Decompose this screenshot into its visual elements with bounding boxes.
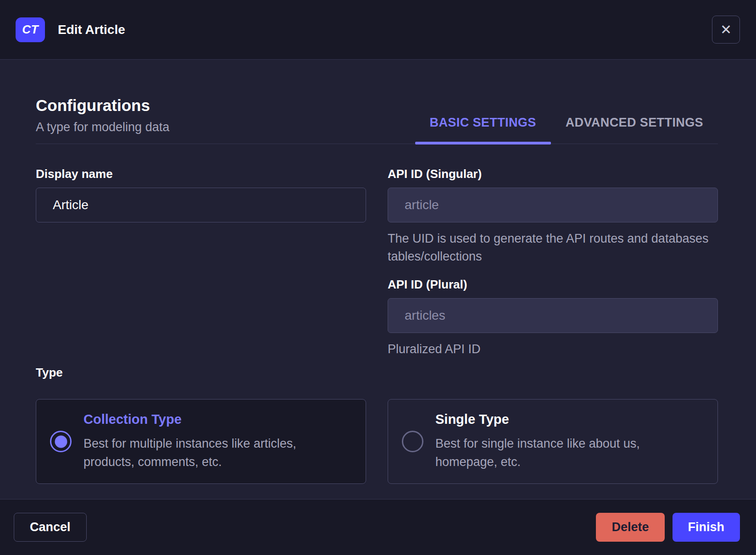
api-id-plural-input xyxy=(388,298,718,333)
display-name-field: Display name xyxy=(36,167,366,222)
section-title: Configurations xyxy=(36,96,169,115)
configurations-header: Configurations A type for modeling data … xyxy=(36,96,718,144)
single-type-title: Single Type xyxy=(435,412,699,427)
tab-basic-settings[interactable]: BASIC SETTINGS xyxy=(415,116,551,144)
collection-type-title: Collection Type xyxy=(83,412,347,427)
collection-type-option[interactable]: Collection Type Best for multiple instan… xyxy=(36,399,366,484)
collection-type-radio[interactable] xyxy=(50,431,72,452)
modal-header: CT Edit Article ✕ xyxy=(0,0,756,60)
api-id-singular-hint: The UID is used to generate the API rout… xyxy=(388,230,718,266)
content-type-badge: CT xyxy=(16,17,45,42)
modal-title: Edit Article xyxy=(58,22,125,37)
settings-tabs: BASIC SETTINGS ADVANCED SETTINGS xyxy=(415,116,718,144)
display-name-label: Display name xyxy=(36,167,366,181)
single-type-description: Best for single instance like about us, … xyxy=(435,434,699,471)
type-section: Type Collection Type Best for multiple i… xyxy=(36,366,718,484)
section-subtitle: A type for modeling data xyxy=(36,120,169,134)
tab-advanced-settings[interactable]: ADVANCED SETTINGS xyxy=(551,116,718,144)
form-grid: Display name API ID (Singular) The UID i… xyxy=(36,167,718,358)
modal-footer: Cancel Delete Finish xyxy=(0,499,756,555)
type-label: Type xyxy=(36,366,718,380)
api-id-plural-label: API ID (Plural) xyxy=(388,278,718,292)
delete-button[interactable]: Delete xyxy=(596,513,664,542)
cancel-button[interactable]: Cancel xyxy=(14,513,87,542)
finish-button[interactable]: Finish xyxy=(673,513,740,542)
api-id-plural-field: API ID (Plural) Pluralized API ID xyxy=(388,278,718,358)
modal-body: Configurations A type for modeling data … xyxy=(0,60,756,499)
api-id-plural-hint: Pluralized API ID xyxy=(388,340,718,358)
single-type-option[interactable]: Single Type Best for single instance lik… xyxy=(388,399,718,484)
display-name-input[interactable] xyxy=(36,188,366,222)
api-id-singular-input xyxy=(388,188,718,222)
single-type-radio[interactable] xyxy=(402,431,423,452)
api-id-singular-label: API ID (Singular) xyxy=(388,167,718,181)
edit-article-modal: CT Edit Article ✕ Configurations A type … xyxy=(0,0,756,555)
close-icon: ✕ xyxy=(720,23,732,37)
api-id-singular-field: API ID (Singular) The UID is used to gen… xyxy=(388,167,718,266)
close-button[interactable]: ✕ xyxy=(712,16,740,44)
collection-type-description: Best for multiple instances like article… xyxy=(83,434,347,471)
